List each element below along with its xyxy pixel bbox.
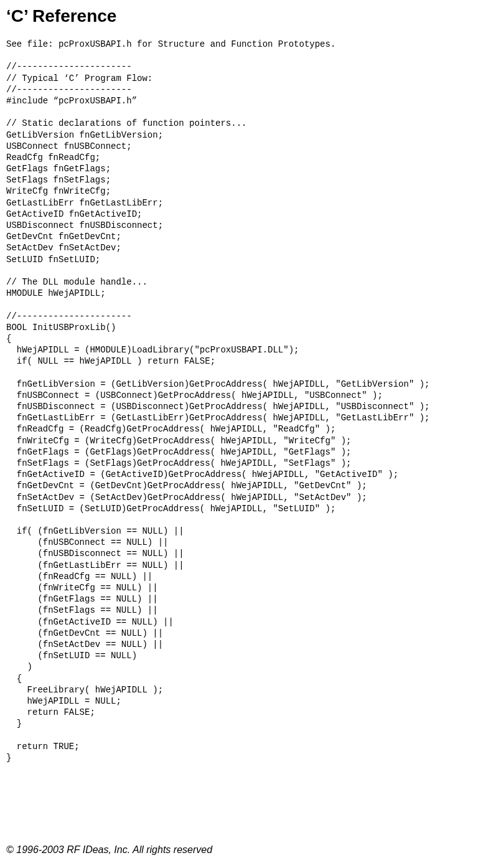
copyright-footer: © 1996-2003 RF IDeas, Inc. All rights re… <box>6 844 212 856</box>
code-listing: See file: pcProxUSBAPI.h for Structure a… <box>6 39 495 763</box>
document-page: ‘C’ Reference See file: pcProxUSBAPI.h f… <box>6 6 495 862</box>
page-title: ‘C’ Reference <box>6 6 495 26</box>
